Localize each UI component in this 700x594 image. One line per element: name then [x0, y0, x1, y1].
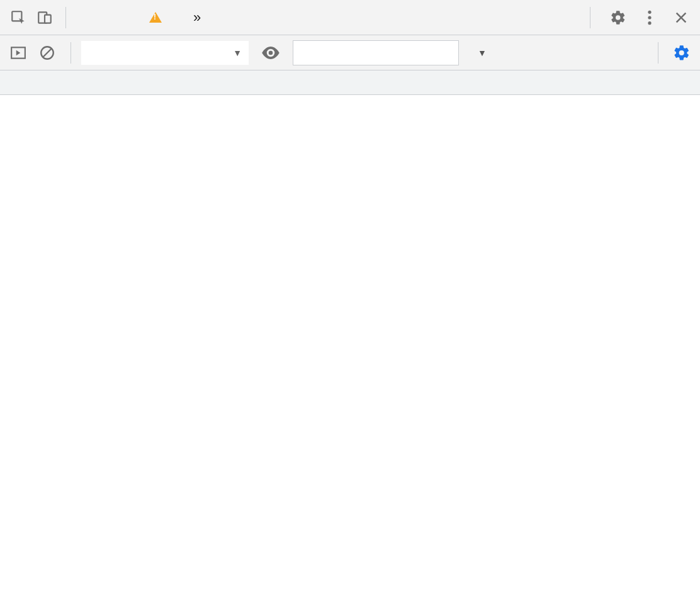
panel-tabs: » [74, 0, 201, 35]
chevron-double-right-icon: » [189, 9, 201, 26]
tab-more[interactable]: » [189, 0, 201, 35]
close-icon[interactable] [670, 5, 692, 30]
execution-context-select[interactable]: ▼ [81, 41, 249, 65]
console-toolbar: ▼ ▼ [0, 35, 700, 70]
console-settings-gear-icon[interactable] [669, 40, 695, 65]
console-settings-panel [0, 70, 700, 95]
device-toolbar-icon[interactable] [31, 5, 58, 30]
separator [65, 7, 66, 28]
tabbar-right-actions [582, 5, 695, 30]
inspect-element-icon[interactable] [5, 5, 31, 30]
svg-rect-2 [45, 14, 51, 23]
chevron-down-icon: ▼ [233, 48, 242, 58]
separator [658, 42, 658, 64]
settings-gear-icon[interactable] [607, 5, 629, 30]
svg-point-4 [648, 16, 651, 19]
separator [590, 7, 590, 28]
kebab-menu-icon[interactable] [638, 5, 661, 30]
chevron-down-icon: ▼ [478, 48, 487, 58]
clear-console-icon[interactable] [34, 40, 60, 65]
filter-input[interactable] [293, 40, 459, 65]
log-levels-select[interactable]: ▼ [473, 48, 487, 58]
devtools-tabbar: » [0, 0, 700, 35]
tab-network[interactable] [149, 0, 167, 35]
live-expression-icon[interactable] [257, 40, 284, 65]
toggle-sidebar-icon[interactable] [5, 40, 31, 65]
svg-point-8 [269, 50, 273, 55]
separator [71, 42, 71, 64]
svg-point-3 [648, 10, 651, 13]
warning-icon [149, 12, 162, 23]
svg-point-5 [648, 21, 651, 25]
